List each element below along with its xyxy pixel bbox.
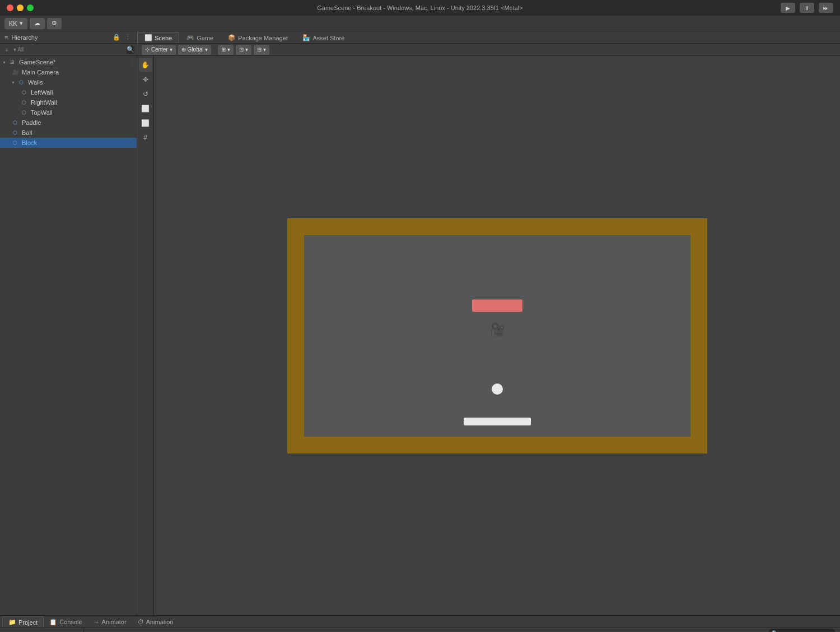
game-block — [472, 299, 522, 312]
tree-item-ball[interactable]: ⬡ Ball — [0, 128, 137, 138]
pause-button[interactable]: ⏸ — [800, 3, 814, 13]
grid-button[interactable]: ⊞ ▾ — [218, 45, 234, 55]
viewport-tabs: ⬜ Scene 🎮 Game 📦 Package Manager 🏪 Asset… — [137, 31, 840, 44]
package-tab-icon: 📦 — [228, 34, 236, 41]
chevron-down-icon: ▾ — [20, 20, 23, 27]
ball-icon: ⬡ — [11, 129, 19, 137]
tab-console[interactable]: 📋 Console — [44, 616, 87, 628]
tab-project[interactable]: 📁 Project — [2, 616, 44, 628]
global-label: ⊕ Global — [181, 46, 204, 53]
rotate-tool[interactable]: ↺ — [139, 87, 152, 101]
console-tab-label: Console — [59, 619, 82, 625]
rect-tool[interactable]: ⬜ — [139, 116, 152, 130]
tree-item-paddle[interactable]: ⬡ Paddle — [0, 118, 137, 128]
animation-tab-label: Animation — [146, 619, 174, 625]
maincamera-label: Main Camera — [22, 69, 59, 76]
tree-item-topwall[interactable]: ⬡ TopWall — [0, 107, 137, 118]
search-input[interactable] — [780, 630, 832, 633]
grid2-button[interactable]: ⊡ ▾ — [236, 45, 251, 55]
package-tab-label: Package Manager — [238, 35, 288, 41]
hierarchy-lock-button[interactable]: 🔒 — [112, 33, 121, 42]
topwall-label: TopWall — [31, 109, 53, 116]
bottom-panel: 📁 Project 📋 Console → Animator ⏱ Animati… — [0, 615, 840, 632]
gamescene-options[interactable]: ⋮ — [129, 59, 137, 65]
tree-item-leftwall[interactable]: ⬡ LeftWall — [0, 87, 137, 97]
scene-tab-icon: ⬜ — [144, 34, 152, 41]
scene-toolbar: ⊹ Center ▾ ⊕ Global ▾ ⊞ ▾ ⊡ ▾ ⊟ ▾ — [137, 44, 840, 56]
viewport-container: ⬜ Scene 🎮 Game 📦 Package Manager 🏪 Asset… — [137, 31, 840, 615]
game-tab-icon: 🎮 — [186, 34, 194, 41]
hierarchy-search-button[interactable]: 🔍 — [127, 46, 134, 54]
account-group: KK ▾ ☁ ⚙ — [4, 18, 62, 29]
tab-package-manager[interactable]: 📦 Package Manager — [221, 32, 295, 43]
scale-tool[interactable]: ⬜ — [139, 102, 152, 115]
block-icon: ⬡ — [11, 139, 19, 147]
global-chevron: ▾ — [205, 46, 208, 53]
cloud-button[interactable]: ☁ — [30, 18, 45, 29]
center-chevron: ▾ — [170, 46, 172, 53]
hierarchy-add-button[interactable]: + — [2, 45, 11, 54]
account-label: KK — [9, 20, 17, 27]
game-tab-label: Game — [197, 35, 213, 41]
tab-animator[interactable]: → Animator — [88, 616, 132, 628]
tab-asset-store[interactable]: 🏪 Asset Store — [295, 32, 352, 43]
scene-tab-label: Scene — [155, 35, 172, 41]
leftwall-label: LeftWall — [31, 89, 53, 96]
layout-button[interactable]: ⊟ ▾ — [254, 45, 269, 55]
game-paddle — [464, 418, 531, 425]
console-tab-icon: 📋 — [49, 619, 57, 626]
hierarchy-toolbar: + ▾ All 🔍 — [0, 44, 137, 56]
move-tool[interactable]: ✥ — [139, 73, 152, 86]
tree-item-gamescene[interactable]: ⊞ GameScene* ⋮ — [0, 57, 137, 67]
play-button[interactable]: ▶ — [781, 3, 795, 13]
tree-item-rightwall[interactable]: ⬡ RightWall — [0, 97, 137, 107]
transform-tool[interactable]: # — [139, 131, 152, 144]
tab-animation[interactable]: ⏱ Animation — [132, 616, 179, 628]
tab-scene[interactable]: ⬜ Scene — [137, 32, 179, 43]
hierarchy-icon: ≡ — [4, 34, 8, 41]
asset-store-tab-label: Asset Store — [312, 35, 344, 41]
walls-icon: ⬡ — [17, 78, 25, 86]
settings-button[interactable]: ⚙ — [47, 18, 62, 29]
project-main: Assets # BallControl... Block — [84, 628, 840, 632]
bottom-tab-bar: 📁 Project 📋 Console → Animator ⏱ Animati… — [0, 616, 840, 628]
window-title: GameScene - Breakout - Windows, Mac, Lin… — [317, 4, 522, 11]
project-search[interactable]: 🔍 — [768, 629, 836, 632]
step-button[interactable]: ⏭ — [819, 3, 833, 13]
block-label: Block — [22, 139, 37, 146]
traffic-lights — [7, 4, 34, 11]
animator-tab-icon: → — [94, 619, 100, 625]
account-button[interactable]: KK ▾ — [4, 18, 27, 29]
maincamera-icon: 🎥 — [11, 68, 19, 76]
maximize-button[interactable] — [27, 4, 34, 11]
hierarchy-tree: ⊞ GameScene* ⋮ 🎥 Main Camera ⬡ Walls ⬡ L… — [0, 56, 137, 615]
tree-item-maincamera[interactable]: 🎥 Main Camera — [0, 67, 137, 77]
rightwall-label: RightWall — [31, 99, 57, 106]
center-label: ⊹ Center — [145, 46, 168, 53]
bottom-content: + ★ Favorites ▼ 🔍 All Modified 🔍 All Con… — [0, 628, 840, 632]
global-button[interactable]: ⊕ Global ▾ — [178, 45, 212, 55]
settings-icon: ⚙ — [52, 20, 57, 27]
hierarchy-more-button[interactable]: ⋮ — [123, 33, 132, 42]
top-toolbar: KK ▾ ☁ ⚙ — [0, 16, 840, 31]
tab-game[interactable]: 🎮 Game — [179, 32, 221, 43]
all-label: ▾ All — [13, 46, 24, 53]
minimize-button[interactable] — [17, 4, 24, 11]
block-arrow[interactable]: › — [133, 140, 137, 146]
scene-viewport[interactable]: 🎥 — [154, 56, 840, 615]
close-button[interactable] — [7, 4, 13, 11]
project-tab-icon: 📁 — [8, 619, 16, 626]
hierarchy-panel: ≡ Hierarchy 🔒 ⋮ + ▾ All 🔍 ⊞ GameScene* ⋮… — [0, 31, 137, 615]
game-ball — [492, 383, 503, 395]
tree-item-block[interactable]: ⬡ Block › — [0, 138, 137, 148]
ball-label: Ball — [22, 129, 32, 136]
project-main-toolbar — [84, 628, 840, 632]
project-tab-label: Project — [18, 619, 38, 626]
asset-store-tab-icon: 🏪 — [302, 34, 310, 41]
game-inner-area: 🎥 — [304, 235, 690, 437]
project-sidebar: + ★ Favorites ▼ 🔍 All Modified 🔍 All Con… — [0, 628, 84, 632]
playback-controls: ▶ ⏸ ⏭ — [781, 3, 833, 13]
center-button[interactable]: ⊹ Center ▾ — [142, 45, 176, 55]
hand-tool[interactable]: ✋ — [139, 58, 152, 72]
tree-item-walls[interactable]: ⬡ Walls — [0, 77, 137, 87]
